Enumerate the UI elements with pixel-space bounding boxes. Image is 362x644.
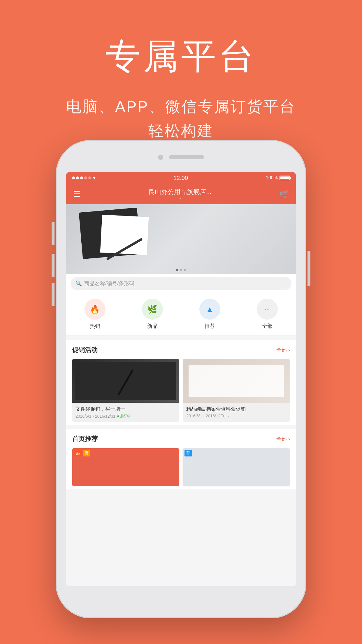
promo-date-text-1: 2016/6/1 - 2016/12/31 [75,414,115,419]
nav-bar: ☰ 良山办公用品旗舰店... ▾ 🛒 [66,184,296,204]
volume-down-button [52,254,55,277]
promo-status-1: 进行中 [117,414,131,419]
subtitle-line2: 轻松构建 [0,119,362,143]
category-rec-label: 推荐 [205,323,215,330]
promo-info-1: 文件袋促销，买一增一 2016/6/1 - 2016/12/31 进行中 [72,403,179,422]
rec-card-1[interactable]: 热 促 [72,448,180,487]
banner[interactable] [66,204,296,274]
category-new-icon: 🌿 [142,299,163,320]
main-title: 专属平台 [0,35,362,77]
banner-indicators [176,269,186,271]
category-rec[interactable]: ▲ 推荐 [199,299,220,330]
category-all-icon: ··· [257,299,278,320]
rec-card-2[interactable]: 荐 [182,448,290,487]
promo-section: 促销活动 全部 › 文件袋促销，买一增一 [66,340,296,425]
signal-dot-3 [80,176,83,179]
promo-section-header: 促销活动 全部 › [72,346,290,354]
promo-white-item [189,365,284,397]
phone-mockup: ▾ 12:00 100% ☰ 良山办公用品旗舰店... ▾ [56,140,306,618]
tag-promo-1: 促 [83,450,90,456]
cart-icon[interactable]: 🛒 [280,190,289,199]
all-dots-icon: ··· [264,305,270,313]
status-time: 12:00 [173,175,188,181]
category-hot-icon: 🔥 [85,299,106,320]
status-right: 100% [266,175,290,181]
category-rec-icon: ▲ [199,299,220,320]
battery-icon [280,176,290,180]
category-new-label: 新品 [147,323,158,330]
menu-icon[interactable]: ☰ [73,189,80,199]
promo-name-2: 精品纯白档案盒资料盒促销 [186,406,287,412]
status-bar: ▾ 12:00 100% [66,172,296,184]
silent-button [52,283,55,306]
promo-title: 促销活动 [72,346,98,354]
search-bar: 🔍 商品名称/编号/条形码 [66,274,296,293]
category-all-label: 全部 [262,323,273,330]
phone-outer: ▾ 12:00 100% ☰ 良山办公用品旗舰店... ▾ [56,140,306,618]
status-left: ▾ [72,175,96,181]
rec-img-1: 热 促 [72,448,179,486]
power-button [307,251,310,286]
category-hot-label: 热销 [90,323,100,330]
search-icon: 🔍 [75,280,82,287]
banner-dot-2 [180,269,182,271]
signal-dot-2 [76,176,79,179]
phone-top-bar [158,155,204,160]
phone-screen: ▾ 12:00 100% ☰ 良山办公用品旗舰店... ▾ [66,172,296,586]
nav-title: 良山办公用品旗舰店... [148,188,211,196]
tag-hot-1: 热 [74,450,82,456]
wifi-icon: ▾ [93,175,96,181]
category-hot[interactable]: 🔥 热销 [85,299,106,330]
recommend-title: 首页推荐 [72,435,98,443]
signal-dot-5 [88,176,91,179]
signal-dots [72,176,91,179]
status-dot-green [117,415,119,417]
recommend-more-button[interactable]: 全部 › [276,435,290,442]
promo-info-2: 精品纯白档案盒资料盒促销 2016/6/1 - 2016/12/31 · [183,403,290,421]
recommend-grid: 热 促 荐 [72,448,290,487]
subtitle: 电脑、APP、微信专属订货平台 轻松构建 [0,94,362,143]
volume-up-button [52,222,55,245]
rec-img-2: 荐 [183,448,290,486]
battery-percent: 100% [266,175,278,181]
rec-triangle-icon: ▲ [206,305,214,314]
subtitle-line1: 电脑、APP、微信专属订货平台 [0,94,362,119]
category-all[interactable]: ··· 全部 [257,299,278,330]
hot-flame-icon: 🔥 [90,304,100,314]
phone-speaker [169,155,204,159]
promo-img-2 [183,359,290,403]
battery-fill [280,176,289,179]
tag-rec-1: 荐 [184,450,192,456]
promo-date-text-2: 2016/6/1 - 2016/12/31 [186,414,226,418]
promo-date-1: 2016/6/1 - 2016/12/31 进行中 [75,414,176,419]
promo-name-1: 文件袋促销，买一增一 [75,406,176,412]
search-placeholder: 商品名称/编号/条形码 [84,280,134,287]
promo-date-2: 2016/6/1 - 2016/12/31 · [186,414,287,418]
nav-dropdown-icon: ▾ [148,196,211,200]
signal-dot-4 [84,176,87,179]
recommend-header: 首页推荐 全部 › [72,435,290,443]
promo-more-button[interactable]: 全部 › [276,346,290,354]
recommend-section: 首页推荐 全部 › 热 促 [66,429,296,489]
promo-card-2[interactable]: 精品纯白档案盒资料盒促销 2016/6/1 - 2016/12/31 · [183,359,290,422]
promo-img-1 [72,359,179,403]
header-section: 专属平台 电脑、APP、微信专属订货平台 轻松构建 [0,0,362,160]
promo-card-1[interactable]: 文件袋促销，买一增一 2016/6/1 - 2016/12/31 进行中 [72,359,179,422]
categories: 🔥 热销 🌿 新品 ▲ 推荐 [66,293,296,336]
promo-grid: 文件袋促销，买一增一 2016/6/1 - 2016/12/31 进行中 [72,359,290,422]
signal-dot-1 [72,176,75,179]
banner-dot-3 [184,269,186,271]
new-leaf-icon: 🌿 [147,304,157,314]
search-input-wrap[interactable]: 🔍 商品名称/编号/条形码 [71,277,291,290]
banner-dot-1 [176,269,178,271]
phone-camera [158,155,163,160]
nav-title-group: 良山办公用品旗舰店... ▾ [148,188,211,200]
category-new[interactable]: 🌿 新品 [142,299,163,330]
promo-status-2: · [228,414,229,418]
